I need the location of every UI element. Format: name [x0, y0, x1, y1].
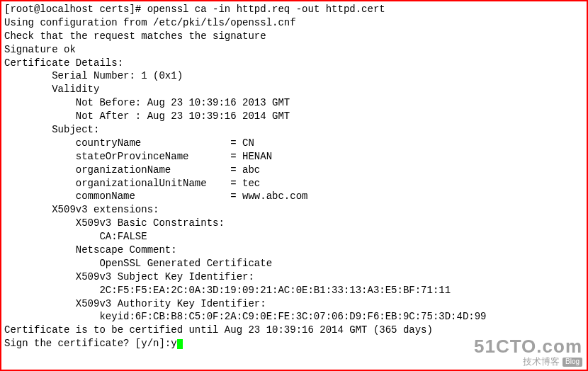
watermark-sub: 技术博客Blog	[474, 356, 582, 367]
terminal-frame: { "prompt": { "user_host": "[root@localh…	[0, 0, 588, 371]
output-ski-value: 2C:F5:F5:EA:2C:0A:3D:19:09:21:AC:0E:B1:3…	[4, 284, 584, 297]
output-x509-header: X509v3 extensions:	[4, 203, 584, 217]
output-cert-details-header: Certificate Details:	[4, 57, 584, 70]
watermark-small: 技术博客	[523, 356, 560, 367]
output-subject-header: Subject:	[4, 123, 584, 137]
output-subj-ou: organizationalUnitName = tec	[4, 177, 584, 190]
shell-prompt-line: [root@localhost certs]# openssl ca -in h…	[4, 3, 584, 16]
output-subj-country: countryName = CN	[4, 137, 584, 150]
output-ski-header: X509v3 Subject Key Identifier:	[4, 270, 584, 284]
output-subj-cn: commonName = www.abc.com	[4, 190, 584, 203]
shell-prompt: [root@localhost certs]#	[4, 4, 147, 15]
output-serial: Serial Number: 1 (0x1)	[4, 69, 584, 83]
output-sig-ok: Signature ok	[4, 43, 584, 57]
output-validity-header: Validity	[4, 83, 584, 96]
output-subj-org: organizationName = abc	[4, 164, 584, 177]
cursor-icon	[177, 339, 183, 349]
output-aki-header: X509v3 Authority Key Identifier:	[4, 297, 584, 311]
output-netscape-header: Netscape Comment:	[4, 244, 584, 257]
output-not-after: Not After : Aug 23 10:39:16 2014 GMT	[4, 110, 584, 123]
output-not-before: Not Before: Aug 23 10:39:16 2013 GMT	[4, 96, 584, 110]
shell-command: openssl ca -in httpd.req -out httpd.cert	[147, 4, 385, 15]
sign-prompt-line[interactable]: Sign the certificate? [y/n]:y	[4, 337, 584, 350]
output-netscape-value: OpenSSL Generated Certificate	[4, 257, 584, 270]
output-basic-constraints: X509v3 Basic Constraints:	[4, 217, 584, 230]
sign-input-value[interactable]: y	[171, 338, 176, 349]
sign-prompt-text: Sign the certificate? [y/n]:	[4, 338, 171, 349]
watermark-blog-badge: Blog	[562, 358, 582, 367]
output-subj-state: stateOrProvinceName = HENAN	[4, 150, 584, 164]
output-aki-value: keyid:6F:CB:B8:C5:0F:2A:C9:0E:FE:3C:07:0…	[4, 310, 584, 324]
output-cert-until: Certificate is to be certified until Aug…	[4, 324, 584, 337]
output-ca-false: CA:FALSE	[4, 230, 584, 244]
output-check: Check that the request matches the signa…	[4, 30, 584, 43]
output-config: Using configuration from /etc/pki/tls/op…	[4, 16, 584, 30]
